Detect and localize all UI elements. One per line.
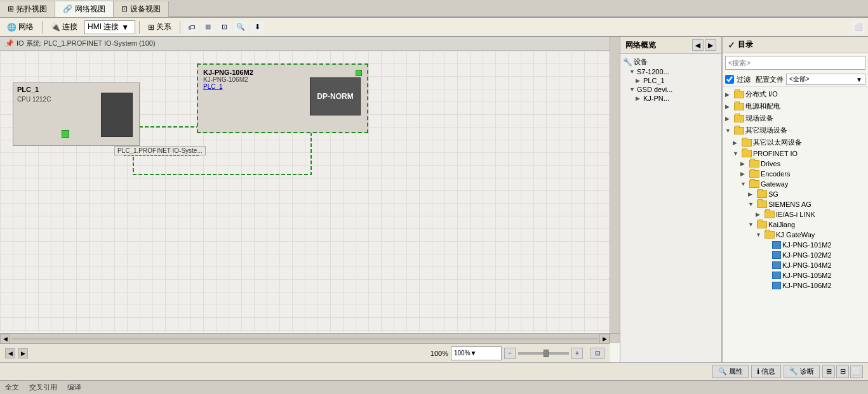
device-status-dot (356, 70, 362, 76)
vb-tab-3[interactable]: 编译 (67, 383, 81, 392)
catalog-item[interactable]: ▶其它以太网设备 (723, 136, 868, 148)
catalog-item[interactable]: ▼KJ GateWay (723, 230, 868, 240)
cat-item-label: 其它现场设备 (745, 126, 787, 135)
network-button[interactable]: 🌐 网络 (3, 20, 38, 34)
connect-button[interactable]: 🔌 连接 (46, 20, 82, 34)
bottom-icon-3[interactable]: ⬜ (850, 365, 863, 378)
maximize-btn[interactable]: ⬜ (851, 21, 865, 34)
search-box[interactable] (725, 56, 865, 70)
tab-topology[interactable]: ⊞ 拓扑视图 (0, 1, 55, 17)
zoom-level-label: 100% (431, 350, 448, 357)
hmi-dropdown[interactable]: HMI 连接 ▼ (84, 20, 135, 34)
config-dropdown[interactable]: <全部> ▼ (786, 74, 865, 85)
folder-icon (734, 103, 744, 110)
tree-kj[interactable]: ▶ KJ-PN... (623, 94, 719, 103)
relations-button[interactable]: ⊞ 关系 (144, 20, 176, 34)
folder-icon (734, 127, 744, 135)
catalog-item[interactable]: ▶Drives (723, 159, 868, 169)
catalog-item[interactable]: ▶Encoders (723, 169, 868, 179)
device-icon (772, 272, 781, 279)
highlight-btn[interactable]: 🏷 (184, 21, 198, 34)
cat-item-label: IE/AS-i LINK (776, 211, 815, 218)
zoom-thumb[interactable] (544, 350, 549, 357)
io-device[interactable]: KJ-PNG-106M2 KJ-PNG-106M2 PLC_1 DP-NORM (197, 63, 368, 133)
folder-icon (757, 200, 767, 208)
view-tab-bar: ⊞ 拓扑视图 🔗 网络视图 ⊡ 设备视图 (0, 0, 868, 18)
tab-device[interactable]: ⊡ 设备视图 (114, 1, 169, 17)
catalog-header: ✓ 目录 (723, 37, 868, 53)
dp-norm-block: DP-NORM (310, 77, 361, 115)
scroll-right[interactable]: ▶ (599, 334, 610, 344)
catalog-item[interactable]: KJ-PNG-105M2 (723, 270, 868, 280)
catalog-item[interactable]: ▼PROFINET IO (723, 148, 868, 159)
network-overview-panel: 网络概览 ◀ ▶ 🔧 设备 ▼ S7-1200... ▶ PLC_1 ▼ GSD… (620, 37, 722, 362)
cat-arrow-icon: ▶ (725, 115, 733, 122)
cat-item-label: KJ-PNG-106M2 (782, 282, 832, 289)
bottom-icon-1[interactable]: ⊞ (822, 365, 835, 378)
cat-item-label: KJ-PNG-104M2 (782, 261, 832, 269)
extra-btn[interactable]: ⬇ (250, 21, 264, 34)
device-icon: ⊡ (121, 4, 128, 13)
zoom-btn-toolbar[interactable]: 🔍 (234, 21, 248, 34)
scroll-h-track[interactable] (11, 338, 598, 340)
catalog-item[interactable]: ▶电源和配电 (723, 100, 868, 112)
diagnostics-btn[interactable]: 🔧 诊断 (784, 365, 820, 378)
search-input[interactable] (726, 59, 865, 67)
zoom-chevron-icon: ▼ (471, 350, 477, 357)
properties-icon: 🔍 (718, 367, 727, 376)
profinet-system-label: PLC_1.PROFINET IO-Syste... (114, 146, 206, 155)
folder-icon (734, 91, 744, 98)
chevron-down-icon: ▼ (121, 23, 129, 32)
plc1-arrow: ▶ (636, 77, 642, 84)
catalog-item[interactable]: KJ-PNG-102M2 (723, 250, 868, 260)
view-btn[interactable]: ⊡ (217, 21, 231, 34)
catalog-item[interactable]: KJ-PNG-101M2 (723, 240, 868, 250)
catalog-tree: ▶分布式 I/O▶电源和配电▶现场设备▼其它现场设备▶其它以太网设备▼PROFI… (723, 87, 868, 362)
diagram-canvas[interactable]: PLC_1 CPU 1212C KJ-PNG-106M2 KJ-PNG-106M… (0, 51, 620, 332)
folder-icon (734, 115, 744, 122)
grid-btn[interactable]: ⊞ (201, 21, 215, 34)
tree-plc1[interactable]: ▶ PLC_1 (623, 76, 719, 85)
tree-devices-header[interactable]: 🔧 设备 (623, 56, 719, 67)
zoom-out-btn[interactable]: − (504, 348, 516, 359)
scroll-left[interactable]: ◀ (0, 334, 10, 344)
tab-topology-label: 拓扑视图 (17, 4, 47, 15)
catalog-item[interactable]: ▼SIEMENS AG (723, 199, 868, 209)
tree-gsd[interactable]: ▼ GSD devi... (623, 85, 719, 94)
catalog-item[interactable]: KJ-PNG-104M2 (723, 260, 868, 270)
panel-nav-right[interactable]: ▶ (705, 39, 716, 51)
vb-tab-2[interactable]: 交叉引用 (29, 383, 57, 392)
zoom-dropdown[interactable]: 100% ▼ (451, 346, 502, 360)
folder-icon (757, 221, 767, 228)
catalog-item[interactable]: ▶IE/AS-i LINK (723, 209, 868, 220)
page-right-btn[interactable]: ▶ (18, 348, 28, 358)
s7-arrow: ▼ (629, 69, 636, 75)
folder-icon (757, 190, 767, 198)
page-left-btn[interactable]: ◀ (5, 348, 15, 358)
info-btn[interactable]: ℹ 信息 (751, 365, 781, 378)
tab-device-label: 设备视图 (130, 4, 161, 15)
catalog-item[interactable]: ▼其它现场设备 (723, 124, 868, 136)
bottom-icon-2[interactable]: ⊟ (836, 365, 849, 378)
v-scrollbar[interactable] (610, 37, 620, 343)
catalog-item[interactable]: ▶分布式 I/O (723, 88, 868, 100)
catalog-item[interactable]: ▼KaiJiang (723, 220, 868, 230)
panel-nav-left[interactable]: ◀ (692, 39, 704, 51)
zoom-track[interactable] (518, 352, 569, 355)
main-toolbar: 🌐 网络 🔌 连接 HMI 连接 ▼ ⊞ 关系 🏷 ⊞ ⊡ 🔍 ⬇ ⬜ (0, 18, 868, 37)
cat-item-label: SG (768, 190, 778, 198)
catalog-item[interactable]: ▼Gateway (723, 179, 868, 189)
h-scrollbar[interactable]: ◀ ▶ (0, 333, 610, 343)
tab-network[interactable]: 🔗 网络视图 (55, 1, 114, 17)
zoom-in-btn[interactable]: + (571, 348, 583, 359)
vb-tab-1[interactable]: 全文 (5, 383, 19, 392)
tree-s7[interactable]: ▼ S7-1200... (623, 67, 719, 76)
properties-btn[interactable]: 🔍 属性 (712, 365, 749, 378)
catalog-item[interactable]: KJ-PNG-106M2 (723, 280, 868, 291)
plc-node[interactable]: PLC_1 CPU 1212C (13, 82, 140, 146)
catalog-item[interactable]: ▶现场设备 (723, 112, 868, 124)
view-mode-btn[interactable]: ⊡ (591, 348, 604, 359)
device-icon (772, 251, 781, 259)
catalog-item[interactable]: ▶SG (723, 189, 868, 199)
filter-checkbox[interactable] (725, 75, 734, 84)
